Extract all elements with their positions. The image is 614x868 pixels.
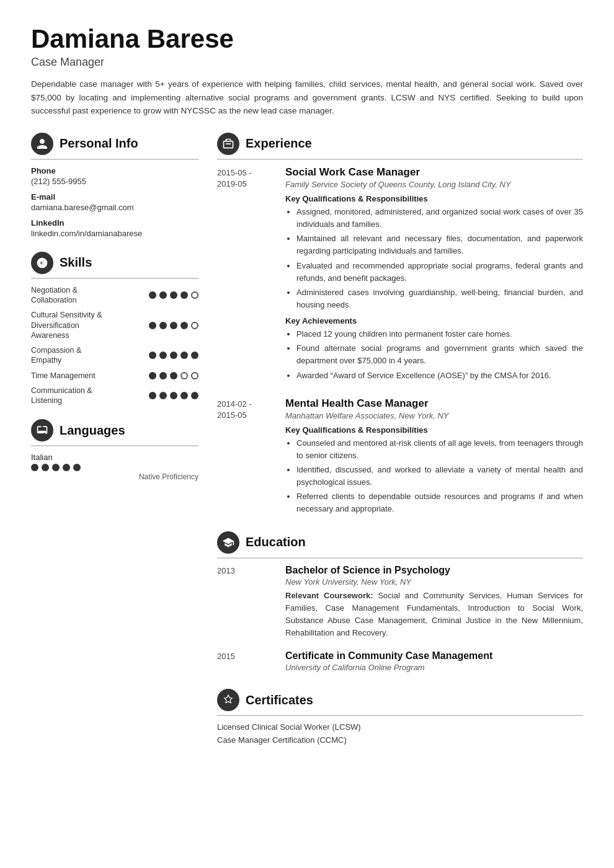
experience-dates: 2014-02 -2015-05 (217, 397, 273, 518)
language-item: ItalianNative Proficiency (31, 453, 198, 481)
education-year: 2015 (217, 650, 273, 675)
dot-filled (159, 352, 167, 359)
languages-header: Languages (31, 419, 198, 446)
left-column: Personal Info Phone (212) 555-9955 E-mai… (31, 133, 198, 758)
languages-section: Languages ItalianNative Proficiency (31, 419, 198, 481)
linkedin-block: LinkedIn linkedin.com/in/damianabarese (31, 218, 198, 238)
personal-info-title: Personal Info (60, 136, 138, 151)
qualifications-list: Counseled and mentored at-risk clients o… (285, 437, 583, 516)
achievement-item: Found alternate social programs and gove… (296, 342, 583, 367)
summary-text: Dependable case manager with 5+ years of… (31, 78, 583, 118)
experience-header: Experience (217, 133, 583, 160)
experience-item: 2014-02 -2015-05Mental Health Case Manag… (217, 397, 583, 518)
skills-header: Skills (31, 252, 198, 279)
dot-empty (191, 372, 198, 379)
skill-dots (149, 322, 198, 329)
certificates-header: Certificates (217, 689, 583, 716)
education-section: Education 2013Bachelor of Science in Psy… (217, 531, 583, 676)
dot-filled (149, 322, 156, 329)
qualification-item: Administered cases involving guardianshi… (296, 286, 583, 311)
right-column: Experience 2015-05 -2019-05Social Work C… (217, 133, 583, 758)
skill-item: Compassion & Empathy (31, 345, 198, 366)
qualification-item: Maintained all relevant and necessary fi… (296, 232, 583, 257)
dot-filled (170, 322, 177, 329)
dot-filled (159, 372, 167, 379)
candidate-name: Damiana Barese (31, 25, 583, 53)
education-header: Education (217, 531, 583, 559)
skill-item: Time Management (31, 371, 198, 381)
qualification-item: Referred clients to dependable outside r… (296, 490, 583, 515)
dot-filled (180, 352, 188, 359)
dot-filled (52, 464, 60, 471)
qualification-item: Assigned, monitored, administered, and o… (296, 206, 583, 231)
qualifications-title: Key Qualifications & Responsibilities (285, 425, 583, 435)
certificate-item: Licensed Clinical Social Worker (LCSW) (217, 722, 583, 732)
dot-filled (31, 464, 38, 471)
experience-icon-circle (217, 133, 239, 155)
skill-dots (149, 291, 198, 299)
email-value: damiana.barese@gmail.com (31, 203, 198, 212)
dot-filled (73, 464, 81, 471)
experience-title: Experience (246, 136, 312, 151)
skill-name: Negotiation & Collaboration (31, 285, 112, 306)
degree-title: Certificate in Community Case Management (285, 650, 583, 662)
phone-value: (212) 555-9955 (31, 177, 198, 186)
person-icon (36, 138, 48, 150)
dot-filled (191, 352, 198, 359)
skills-section: Skills Negotiation & CollaborationCultur… (31, 252, 198, 406)
experience-section: Experience 2015-05 -2019-05Social Work C… (217, 133, 583, 518)
dot-filled (159, 291, 167, 299)
header: Damiana Barese Case Manager Dependable c… (31, 25, 583, 118)
dot-filled (149, 392, 156, 399)
qualification-item: Evaluated and recommended appropriate so… (296, 260, 583, 285)
coursework: Relevant Coursework: Social and Communit… (285, 590, 583, 640)
achievements-title: Key Achievements (285, 316, 583, 326)
education-icon-circle (217, 531, 239, 554)
qualification-item: Identified, discussed, and worked to all… (296, 464, 583, 489)
education-title: Education (246, 535, 306, 549)
education-item: 2013Bachelor of Science in PsychologyNew… (217, 565, 583, 640)
company: Manhattan Welfare Associates, New York, … (285, 411, 583, 420)
dot-filled (159, 392, 167, 399)
skill-item: Communication & Listening (31, 386, 198, 406)
skill-item: Negotiation & Collaboration (31, 285, 198, 306)
skills-list: Negotiation & CollaborationCultural Sens… (31, 285, 198, 406)
skill-dots (149, 392, 198, 399)
personal-info-section: Personal Info Phone (212) 555-9955 E-mai… (31, 133, 198, 238)
qualification-item: Counseled and mentored at-risk clients o… (296, 437, 583, 462)
experience-dates: 2015-05 -2019-05 (217, 166, 273, 384)
degree-title: Bachelor of Science in Psychology (285, 565, 583, 576)
education-year: 2013 (217, 565, 273, 640)
dot-filled (159, 322, 167, 329)
certificates-section: Certificates Licensed Clinical Social Wo… (217, 689, 583, 745)
svg-rect-0 (226, 143, 231, 144)
skills-icon-circle (31, 252, 53, 274)
skill-name: Communication & Listening (31, 386, 112, 406)
language-dots (31, 464, 198, 471)
language-proficiency: Native Proficiency (31, 472, 198, 481)
dot-empty (191, 322, 198, 329)
achievement-item: Awarded “Award of Service Excellence (AO… (296, 370, 583, 382)
dot-filled (180, 291, 188, 299)
briefcase-icon (222, 138, 234, 150)
dot-filled (170, 392, 177, 399)
linkedin-label: LinkedIn (31, 218, 198, 228)
dot-empty (191, 291, 198, 299)
two-col-layout: Personal Info Phone (212) 555-9955 E-mai… (31, 133, 583, 758)
certificate-icon (222, 694, 234, 706)
language-name: Italian (31, 453, 198, 462)
phone-label: Phone (31, 166, 198, 175)
email-block: E-mail damiana.barese@gmail.com (31, 192, 198, 212)
job-title: Mental Health Case Manager (285, 397, 583, 410)
candidate-title: Case Manager (31, 56, 583, 69)
dot-filled (149, 291, 156, 299)
dot-filled (180, 392, 188, 399)
qualifications-title: Key Qualifications & Responsibilities (285, 194, 583, 203)
skills-icon (36, 257, 48, 269)
job-title: Social Work Case Manager (285, 166, 583, 179)
education-content: Certificate in Community Case Management… (285, 650, 583, 675)
email-label: E-mail (31, 192, 198, 202)
linkedin-value: linkedin.com/in/damianabarese (31, 229, 198, 238)
dot-filled (149, 372, 156, 379)
languages-title: Languages (60, 423, 125, 438)
